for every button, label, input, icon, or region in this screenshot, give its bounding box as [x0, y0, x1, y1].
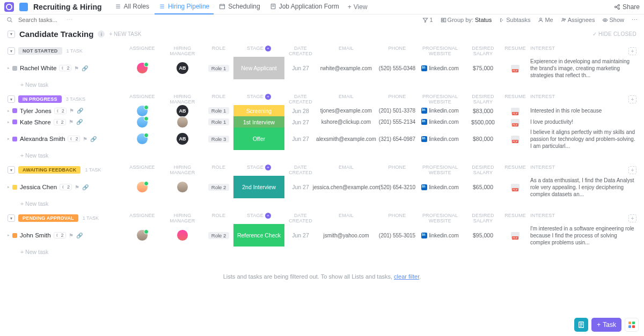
resume-pdf-icon[interactable] — [511, 136, 519, 142]
resume-pdf-icon[interactable] — [511, 119, 519, 125]
assignee-avatar[interactable] — [136, 229, 148, 241]
tab-job-application-form[interactable]: Job Application Form — [266, 0, 343, 14]
hiring-manager-avatar[interactable] — [177, 116, 188, 128]
expand-row-icon[interactable]: ▸ — [8, 109, 10, 113]
task-row[interactable]: ▸ Rachel White 2 ⚑ 🔗 AB Role 1 New Appli… — [0, 57, 644, 79]
flag-icon[interactable]: ⚑ — [74, 65, 79, 71]
email-cell[interactable]: jsmith@yahoo.com — [317, 224, 376, 247]
assignee-avatar[interactable] — [136, 181, 148, 193]
expand-row-icon[interactable]: ▸ — [8, 120, 10, 124]
stage-cell[interactable]: Offer — [233, 128, 284, 150]
new-task-button[interactable]: + New task — [0, 79, 644, 90]
group-by-button[interactable]: Group by: Status — [441, 17, 492, 24]
expand-row-icon[interactable]: ▸ — [8, 137, 10, 141]
hiring-manager-avatar[interactable] — [177, 229, 188, 241]
assignee-avatar[interactable] — [136, 133, 148, 145]
website-cell[interactable]: linkedin.com — [419, 128, 462, 150]
stage-cell[interactable]: New Applicant — [233, 57, 284, 79]
flag-icon[interactable]: ⚑ — [83, 136, 87, 142]
subtask-count[interactable]: 2 — [54, 119, 66, 125]
new-task-button[interactable]: + New task — [0, 150, 644, 161]
link-icon[interactable]: 🔗 — [82, 65, 88, 71]
notepad-fab[interactable] — [574, 318, 588, 332]
collapse-group-button[interactable]: ▾ — [8, 47, 15, 55]
link-icon[interactable]: 🔗 — [76, 233, 83, 238]
assignee-avatar[interactable] — [136, 105, 148, 117]
new-task-fab[interactable]: +Task — [591, 318, 621, 332]
link-icon[interactable]: 🔗 — [90, 136, 97, 142]
add-stage-button[interactable]: + — [265, 94, 271, 100]
task-row[interactable]: ▸ John Smith 2 ⚑ 🔗 Role 2 Reference Chec… — [0, 224, 644, 247]
expand-row-icon[interactable]: ▸ — [8, 185, 10, 189]
website-cell[interactable]: linkedin.com — [419, 105, 462, 116]
collapse-group-button[interactable]: ▾ — [8, 214, 15, 222]
list-icon[interactable] — [19, 3, 28, 11]
app-icon[interactable] — [4, 2, 14, 12]
flag-icon[interactable]: ⚑ — [69, 233, 74, 238]
assignees-button[interactable]: Assignees — [561, 17, 595, 24]
flag-icon[interactable]: ⚑ — [69, 108, 74, 114]
tab-hiring-pipeline[interactable]: Hiring Pipeline — [155, 0, 214, 14]
expand-row-icon[interactable]: ▸ — [8, 66, 10, 70]
task-row[interactable]: ▸ Kate Shore 2 ⚑ 🔗 Role 1 1st Interview … — [0, 116, 644, 128]
subtask-count[interactable]: 2 — [59, 65, 71, 71]
email-cell[interactable]: kshore@clickup.com — [317, 116, 376, 128]
assignee-avatar[interactable] — [136, 116, 148, 128]
stage-cell[interactable]: Reference Check — [233, 224, 284, 247]
link-icon[interactable]: 🔗 — [77, 108, 83, 114]
collapse-group-button[interactable]: ▾ — [8, 166, 15, 174]
resume-pdf-icon[interactable] — [511, 108, 519, 114]
email-cell[interactable]: rwhite@example.com — [317, 57, 376, 79]
subtask-count[interactable]: 2 — [60, 184, 72, 190]
filter-button[interactable]: 1 — [422, 17, 433, 24]
hiring-manager-avatar[interactable]: AB — [177, 105, 188, 117]
apps-fab[interactable] — [625, 318, 639, 332]
website-cell[interactable]: linkedin.com — [419, 57, 462, 79]
email-cell[interactable]: jessica.chen@example.com — [317, 176, 376, 198]
subtask-count[interactable]: 2 — [54, 232, 66, 238]
link-icon[interactable]: 🔗 — [76, 119, 83, 125]
clear-filter-link[interactable]: clear filter — [394, 273, 419, 280]
hiring-manager-avatar[interactable]: AB — [177, 133, 188, 145]
website-cell[interactable]: linkedin.com — [419, 224, 462, 247]
search-input[interactable] — [18, 17, 61, 23]
info-icon[interactable]: i — [98, 31, 105, 38]
link-icon[interactable]: 🔗 — [82, 184, 89, 190]
expand-row-icon[interactable]: ▸ — [8, 233, 10, 237]
hide-closed-button[interactable]: ✓ HIDE CLOSED — [592, 31, 636, 37]
add-stage-button[interactable]: + — [265, 213, 271, 219]
new-task-button[interactable]: + New task — [0, 198, 644, 209]
new-task-button[interactable]: + New task — [0, 247, 644, 257]
collapse-group-button[interactable]: ▾ — [8, 95, 15, 103]
website-cell[interactable]: linkedin.com — [419, 116, 462, 128]
website-cell[interactable]: linkedin.com — [419, 176, 462, 198]
status-chip[interactable]: IN PROGRESS — [18, 95, 62, 103]
subtask-count[interactable]: 2 — [54, 108, 67, 114]
me-button[interactable]: Me — [538, 17, 553, 24]
task-row[interactable]: ▸ Alexandra Smith 2 ⚑ 🔗 AB Role 3 Offer … — [0, 128, 644, 150]
new-task-inline-button[interactable]: + NEW TASK — [109, 31, 141, 37]
flag-icon[interactable]: ⚑ — [69, 119, 74, 125]
show-button[interactable]: Show — [602, 17, 624, 24]
email-cell[interactable]: alexsmith@example.com — [317, 128, 376, 150]
hiring-manager-avatar[interactable]: AB — [177, 62, 188, 74]
task-row[interactable]: ▸ Tyler Jones 2 ⚑ 🔗 AB Role 1 Screening … — [0, 105, 644, 116]
assignee-avatar[interactable] — [136, 62, 148, 74]
flag-icon[interactable]: ⚑ — [75, 184, 79, 190]
stage-cell[interactable]: 2nd Interview — [233, 176, 284, 198]
more-menu[interactable]: ⋯ — [632, 17, 638, 24]
subtasks-button[interactable]: Subtasks — [499, 17, 530, 24]
task-row[interactable]: ▸ Jessica Chen 2 ⚑ 🔗 Role 2 2nd Intervie… — [0, 176, 644, 198]
email-cell[interactable]: tjones@example.com — [317, 105, 376, 116]
tab-all-roles[interactable]: All Roles — [111, 0, 153, 14]
share-button[interactable]: Share — [614, 3, 640, 11]
resume-pdf-icon[interactable] — [511, 184, 519, 190]
status-chip[interactable]: PENDING APPROVAL — [18, 214, 78, 222]
resume-pdf-icon[interactable] — [511, 65, 519, 71]
hiring-manager-avatar[interactable] — [177, 181, 188, 193]
status-chip[interactable]: NOT STARTED — [18, 47, 62, 55]
tab-scheduling[interactable]: Scheduling — [215, 0, 264, 14]
add-view-button[interactable]: +View — [345, 0, 371, 14]
subtask-count[interactable]: 2 — [68, 136, 80, 142]
collapse-section-button[interactable]: ▾ — [8, 31, 15, 38]
